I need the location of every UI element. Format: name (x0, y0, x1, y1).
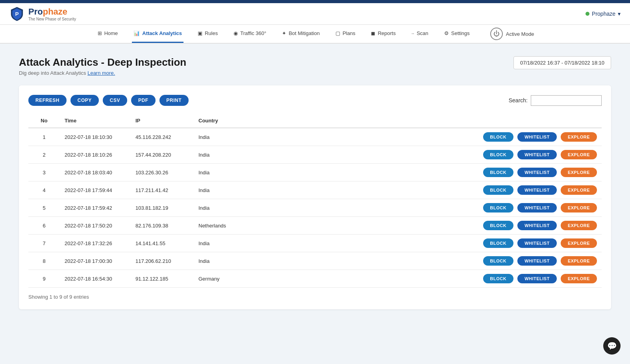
block-button[interactable]: BLOCK (483, 256, 514, 266)
row-action-buttons: BLOCK WHITELIST EXPLORE (261, 256, 597, 266)
explore-button[interactable]: EXPLORE (561, 185, 597, 195)
table-footer: Showing 1 to 9 of 9 entries (28, 294, 602, 300)
nav-item-plans[interactable]: ▢ Plans (334, 25, 357, 43)
whitelist-button[interactable]: WHITELIST (517, 185, 557, 195)
explore-button[interactable]: EXPLORE (561, 274, 597, 283)
cell-time: 2022-07-18 18:10:30 (60, 128, 131, 146)
chat-bubble[interactable]: 💬 (603, 337, 621, 355)
table-row: 6 2022-07-18 17:50:20 82.176.109.38 Neth… (28, 217, 602, 235)
search-area: Search: (509, 95, 602, 106)
cell-no: 8 (28, 252, 60, 270)
chart-icon: 📊 (133, 30, 140, 36)
whitelist-button[interactable]: WHITELIST (517, 274, 557, 283)
csv-button[interactable]: CSV (103, 95, 127, 106)
explore-button[interactable]: EXPLORE (561, 256, 597, 266)
reports-icon: ◼ (371, 30, 375, 36)
block-button[interactable]: BLOCK (483, 221, 514, 230)
block-button[interactable]: BLOCK (483, 132, 514, 142)
tagline: The New Phase of Security (28, 17, 76, 21)
cell-country: India (194, 252, 257, 270)
row-action-buttons: BLOCK WHITELIST EXPLORE (261, 185, 597, 195)
table-row: 4 2022-07-18 17:59:44 117.211.41.42 Indi… (28, 181, 602, 199)
search-label: Search: (509, 97, 528, 103)
cell-actions: BLOCK WHITELIST EXPLORE (257, 217, 602, 235)
whitelist-button[interactable]: WHITELIST (517, 150, 557, 159)
row-action-buttons: BLOCK WHITELIST EXPLORE (261, 203, 597, 212)
cell-time: 2022-07-18 17:59:44 (60, 181, 131, 199)
nav-item-settings[interactable]: ⚙ Settings (443, 25, 471, 43)
nav-item-traffic[interactable]: ◉ Traffic 360° (232, 25, 268, 43)
nav-item-rules[interactable]: ▣ Rules (196, 25, 219, 43)
page-title: Attack Analytics - Deep Inspection (19, 56, 186, 68)
pdf-button[interactable]: PDF (131, 95, 156, 106)
cell-country: Germany (194, 270, 257, 288)
top-bar (0, 0, 630, 3)
block-button[interactable]: BLOCK (483, 150, 514, 159)
whitelist-button[interactable]: WHITELIST (517, 132, 557, 142)
table-panel: REFRESH COPY CSV PDF PRINT Search: No Ti… (19, 85, 611, 309)
user-menu[interactable]: Prophaze ▾ (586, 11, 621, 17)
nav-item-reports[interactable]: ◼ Reports (369, 25, 397, 43)
table-row: 7 2022-07-18 17:32:26 14.141.41.55 India… (28, 235, 602, 252)
whitelist-button[interactable]: WHITELIST (517, 168, 557, 177)
settings-icon: ⚙ (444, 30, 449, 36)
block-button[interactable]: BLOCK (483, 274, 514, 283)
cell-actions: BLOCK WHITELIST EXPLORE (257, 199, 602, 217)
explore-button[interactable]: EXPLORE (561, 238, 597, 248)
cell-country: India (194, 235, 257, 252)
nav-label-reports: Reports (378, 30, 396, 36)
whitelist-button[interactable]: WHITELIST (517, 256, 557, 266)
print-button[interactable]: PRINT (159, 95, 189, 106)
cell-actions: BLOCK WHITELIST EXPLORE (257, 146, 602, 164)
learn-more-link[interactable]: Learn more. (87, 70, 115, 76)
cell-no: 7 (28, 235, 60, 252)
explore-button[interactable]: EXPLORE (561, 132, 597, 142)
block-button[interactable]: BLOCK (483, 238, 514, 248)
refresh-button[interactable]: REFRESH (28, 95, 67, 106)
nav-item-attack-analytics[interactable]: 📊 Attack Analytics (132, 25, 183, 43)
nav-item-home[interactable]: ⊞ Home (96, 25, 120, 43)
cell-ip: 14.141.41.55 (131, 235, 194, 252)
block-button[interactable]: BLOCK (483, 168, 514, 177)
cell-actions: BLOCK WHITELIST EXPLORE (257, 270, 602, 288)
cell-actions: BLOCK WHITELIST EXPLORE (257, 235, 602, 252)
cell-ip: 157.44.208.220 (131, 146, 194, 164)
nav-label-attack-analytics: Attack Analytics (142, 30, 182, 36)
nav-label-rules: Rules (205, 30, 218, 36)
table-actions: REFRESH COPY CSV PDF PRINT Search: (28, 95, 602, 106)
nav-label-plans: Plans (343, 30, 356, 36)
cell-ip: 103.81.182.19 (131, 199, 194, 217)
power-button[interactable]: ⏻ (490, 28, 503, 40)
explore-button[interactable]: EXPLORE (561, 150, 597, 159)
cell-time: 2022-07-18 16:54:30 (60, 270, 131, 288)
cell-no: 5 (28, 199, 60, 217)
chevron-down-icon: ▾ (618, 11, 621, 17)
main-nav: ⊞ Home 📊 Attack Analytics ▣ Rules ◉ Traf… (0, 25, 630, 44)
explore-button[interactable]: EXPLORE (561, 221, 597, 230)
row-action-buttons: BLOCK WHITELIST EXPLORE (261, 221, 597, 230)
block-button[interactable]: BLOCK (483, 185, 514, 195)
svg-text:P: P (15, 11, 19, 17)
whitelist-button[interactable]: WHITELIST (517, 203, 557, 212)
cell-time: 2022-07-18 18:10:26 (60, 146, 131, 164)
active-mode-label: Active Mode (506, 31, 534, 37)
row-action-buttons: BLOCK WHITELIST EXPLORE (261, 132, 597, 142)
whitelist-button[interactable]: WHITELIST (517, 221, 557, 230)
nav-item-bot[interactable]: ✦ Bot Mitigation (280, 25, 321, 43)
cell-country: India (194, 146, 257, 164)
block-button[interactable]: BLOCK (483, 203, 514, 212)
explore-button[interactable]: EXPLORE (561, 168, 597, 177)
cell-no: 1 (28, 128, 60, 146)
chat-icon: 💬 (607, 341, 617, 351)
date-range-picker[interactable]: 07/18/2022 16:37 - 07/18/2022 18:10 (513, 56, 611, 69)
whitelist-button[interactable]: WHITELIST (517, 238, 557, 248)
cell-ip: 82.176.109.38 (131, 217, 194, 235)
cell-ip: 45.116.228.242 (131, 128, 194, 146)
search-input[interactable] (531, 95, 602, 106)
cell-ip: 117.206.62.210 (131, 252, 194, 270)
copy-button[interactable]: COPY (70, 95, 99, 106)
cell-actions: BLOCK WHITELIST EXPLORE (257, 128, 602, 146)
nav-label-scan: Scan (417, 30, 428, 36)
explore-button[interactable]: EXPLORE (561, 203, 597, 212)
nav-item-scan[interactable]: ·· Scan (410, 25, 430, 43)
